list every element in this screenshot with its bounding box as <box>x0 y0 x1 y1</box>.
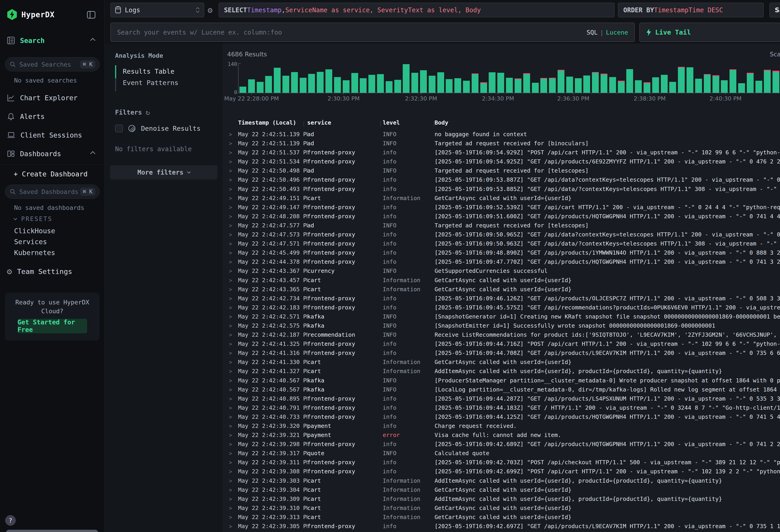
bottom-widget-sliver[interactable] <box>6 530 98 532</box>
table-row[interactable]: >May 22 2:42:40.895 PMfrontend-proxyinfo… <box>228 394 780 403</box>
preset-clickhouse[interactable]: ClickHouse <box>14 227 55 235</box>
histogram-bar[interactable] <box>411 64 418 93</box>
collapse-sidebar-icon[interactable] <box>87 10 96 19</box>
table-row[interactable]: >May 22 2:42:40.791 PMfrontend-proxyinfo… <box>228 403 780 413</box>
column-resize-handle[interactable]: ⋮ <box>301 120 307 127</box>
histogram-bar[interactable] <box>515 64 522 93</box>
table-row[interactable]: >May 22 2:42:40.567 PMkafkaINFO[LocalLog… <box>228 385 780 394</box>
histogram-bar[interactable] <box>575 64 582 93</box>
source-select[interactable]: Logs <box>110 3 204 17</box>
table-row[interactable]: >May 22 2:42:41.316 PMfrontend-proxyinfo… <box>228 348 780 357</box>
histogram-bar[interactable] <box>497 64 504 93</box>
table-row[interactable]: >May 22 2:42:40.567 PMkafkaINFO[Producer… <box>228 376 780 385</box>
column-resize-handle[interactable]: ⋮ <box>378 120 384 127</box>
histogram-bar[interactable] <box>669 64 676 93</box>
histogram-bar[interactable] <box>730 64 736 93</box>
histogram-bar[interactable] <box>747 64 753 93</box>
histogram-bar[interactable] <box>540 64 547 93</box>
orderby-input[interactable]: ORDER BY TimestampTime DESC <box>618 3 764 17</box>
table-row[interactable]: >May 22 2:42:48.208 PMfrontend-proxyinfo… <box>228 212 780 221</box>
mode-results-table[interactable]: Results Table <box>123 67 175 75</box>
histogram-bar[interactable] <box>713 64 719 93</box>
histogram-bar[interactable] <box>687 64 693 93</box>
histogram-bar[interactable] <box>506 64 513 93</box>
histogram-bar[interactable] <box>721 64 728 93</box>
histogram-bar[interactable] <box>566 64 573 93</box>
table-row[interactable]: >May 22 2:42:39.321 PMpaymenterrorVisa c… <box>228 431 780 440</box>
preset-kubernetes[interactable]: Kubernetes <box>14 249 55 257</box>
table-row[interactable]: >May 22 2:42:51.139 PMadINFOTargeted ad … <box>228 139 780 148</box>
histogram-bar[interactable] <box>489 64 495 93</box>
histogram-bar[interactable] <box>326 64 332 93</box>
table-row[interactable]: >May 22 2:42:43.367 PMcurrencyINFOGetSup… <box>228 267 780 276</box>
histogram-bar[interactable] <box>463 64 470 93</box>
histogram-bar[interactable] <box>429 64 436 93</box>
table-row[interactable]: >May 22 2:42:39.320 PMpaymentinfoCharge … <box>228 422 780 431</box>
histogram-bar[interactable] <box>403 64 409 93</box>
histogram-bar[interactable] <box>704 64 711 93</box>
denoise-checkbox[interactable] <box>115 125 123 132</box>
logo[interactable]: HyperDX <box>7 9 98 19</box>
table-row[interactable]: >May 22 2:42:42.571 PMkafkaINFO[Snapshot… <box>228 312 780 321</box>
table-row[interactable]: >May 22 2:42:43.457 PMcartInformationGet… <box>228 276 780 285</box>
table-row[interactable]: >May 22 2:42:50.493 PMfrontend-proxyinfo… <box>228 185 780 194</box>
histogram-bar[interactable] <box>755 64 762 93</box>
table-row[interactable]: >May 22 2:42:39.298 PMfrontend-proxyinfo… <box>228 440 780 449</box>
histogram-bar[interactable] <box>420 64 427 93</box>
saved-dashboards-input[interactable]: Saved Dashboards ⌘ K <box>5 185 100 199</box>
histogram-bar[interactable] <box>472 64 479 93</box>
histogram-bar[interactable] <box>386 64 392 93</box>
sidebar-item-dashboards[interactable]: Dashboards <box>7 150 98 158</box>
histogram-bar[interactable] <box>274 64 281 93</box>
histogram-bar[interactable] <box>480 64 487 93</box>
table-row[interactable]: >May 22 2:42:39.304 PMcartInformationGet… <box>228 485 780 494</box>
table-row[interactable]: >May 22 2:42:49.147 PMfrontend-proxyinfo… <box>228 203 780 212</box>
histogram-bar[interactable] <box>248 64 255 93</box>
select-columns-input[interactable]: SELECT Timestamp, ServiceName as service… <box>219 3 615 17</box>
table-row[interactable]: >May 22 2:42:42.575 PMkafkaINFO[Snapshot… <box>228 321 780 330</box>
table-row[interactable]: >May 22 2:42:50.496 PMfrontend-proxyinfo… <box>228 175 780 184</box>
histogram-bar[interactable] <box>695 64 702 93</box>
saved-searches-input[interactable]: Saved Searches ⌘ K <box>5 57 100 71</box>
histogram-bar[interactable] <box>523 64 530 93</box>
table-row[interactable]: >May 22 2:42:50.498 PMadINFOTargeted ad … <box>228 166 780 175</box>
table-row[interactable]: >May 22 2:42:45.499 PMfrontend-proxyinfo… <box>228 248 780 257</box>
histogram-bar[interactable] <box>592 64 599 93</box>
histogram-bar[interactable] <box>437 64 444 93</box>
histogram-bar[interactable] <box>618 64 625 93</box>
col-body[interactable]: Body <box>435 119 780 129</box>
table-row[interactable]: >May 22 2:42:39.305 PMfrontend-proxyinfo… <box>228 522 780 531</box>
col-level[interactable]: level <box>383 119 435 129</box>
table-row[interactable]: >May 22 2:42:41.327 PMcartInformationAdd… <box>228 367 780 376</box>
table-row[interactable]: >May 22 2:42:39.313 PMcartInformationGet… <box>228 513 780 522</box>
help-button[interactable]: ? <box>5 515 16 526</box>
histogram-bar[interactable] <box>678 64 685 93</box>
histogram-bar[interactable] <box>652 64 659 93</box>
histogram-bar[interactable] <box>308 64 315 93</box>
histogram-bar[interactable] <box>635 64 642 93</box>
table-row[interactable]: >May 22 2:42:42.734 PMfrontend-proxyinfo… <box>228 294 780 303</box>
table-row[interactable]: >May 22 2:42:40.733 PMfrontend-proxyinfo… <box>228 413 780 422</box>
table-row[interactable]: >May 22 2:42:51.534 PMfrontend-proxyinfo… <box>228 157 780 166</box>
table-row[interactable]: >May 22 2:42:42.183 PMfrontend-proxyinfo… <box>228 303 780 312</box>
histogram-bar[interactable] <box>738 64 745 93</box>
histogram-bar[interactable] <box>454 64 461 93</box>
sidebar-item-team-settings[interactable]: ⚙ Team Settings <box>7 267 98 277</box>
refresh-filters-icon[interactable]: ↻ <box>146 108 150 116</box>
table-row[interactable]: >May 22 2:42:39.317 PMquoteINFOCalculate… <box>228 449 780 458</box>
table-row[interactable]: >May 22 2:42:51.139 PMadINFOno baggage f… <box>228 130 780 139</box>
histogram-bar[interactable] <box>773 64 779 93</box>
mode-event-patterns[interactable]: Event Patterns <box>123 79 178 87</box>
sidebar-item-alerts[interactable]: Alerts <box>7 112 98 120</box>
query-language-toggle[interactable]: SQL|Lucene <box>586 29 628 36</box>
table-row[interactable]: >May 22 2:42:44.378 PMfrontend-proxyinfo… <box>228 257 780 267</box>
histogram-bar[interactable] <box>446 64 452 93</box>
histogram-bar[interactable] <box>265 64 272 93</box>
column-resize-handle[interactable]: ⋮ <box>431 120 437 127</box>
get-started-button[interactable]: Get Started for Free <box>17 319 87 333</box>
histogram-bar[interactable] <box>360 64 367 93</box>
table-row[interactable]: >May 22 2:42:47.571 PMfrontend-proxyinfo… <box>228 239 780 248</box>
histogram-bar[interactable] <box>661 64 668 93</box>
col-service[interactable]: service <box>307 119 383 129</box>
histogram-bar[interactable] <box>377 64 384 93</box>
